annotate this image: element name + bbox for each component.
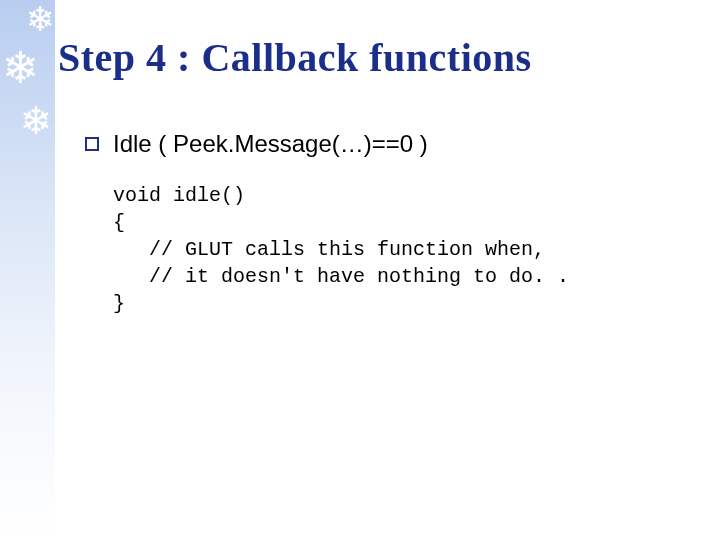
slide: ❄ ❄ ❄ Step 4 : Callback functions Idle (… bbox=[0, 0, 720, 540]
slide-title: Step 4 : Callback functions bbox=[58, 34, 700, 81]
snowflake-icon: ❄ bbox=[2, 46, 39, 90]
bullet-icon bbox=[85, 137, 99, 151]
bullet-text: Idle ( Peek.Message(…)==0 ) bbox=[113, 130, 428, 158]
code-block: void idle() { // GLUT calls this functio… bbox=[113, 182, 680, 317]
side-decoration: ❄ ❄ ❄ bbox=[0, 0, 55, 540]
slide-body: Idle ( Peek.Message(…)==0 ) void idle() … bbox=[85, 130, 680, 317]
snowflake-icon: ❄ bbox=[26, 2, 54, 36]
snowflake-icon: ❄ bbox=[20, 102, 52, 140]
bullet-item: Idle ( Peek.Message(…)==0 ) bbox=[85, 130, 680, 158]
